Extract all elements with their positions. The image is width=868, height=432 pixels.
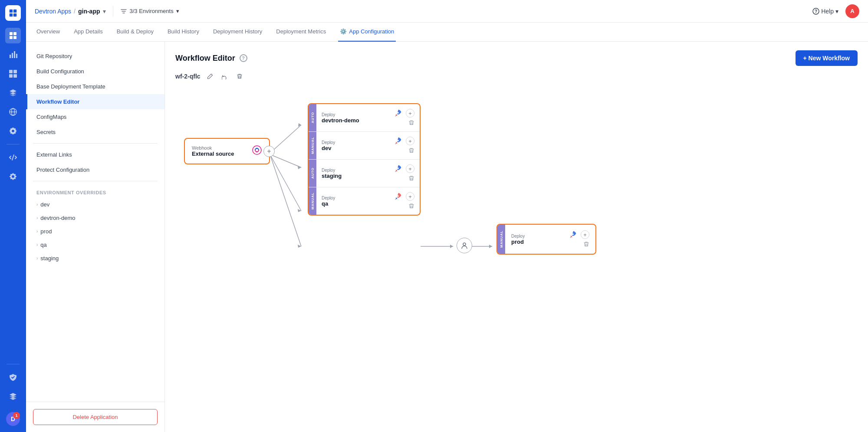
sidebar-icon-globe[interactable] bbox=[5, 104, 21, 120]
svg-point-36 bbox=[397, 112, 399, 114]
tab-overview[interactable]: Overview bbox=[35, 23, 62, 42]
tab-deployment-metrics[interactable]: Deployment Metrics bbox=[274, 23, 328, 42]
chevron-dev-icon: › bbox=[36, 202, 38, 207]
sidebar-icon-discord[interactable]: D 1 bbox=[5, 411, 21, 427]
tab-build-history[interactable]: Build History bbox=[166, 23, 201, 42]
add-button-2[interactable]: + bbox=[406, 137, 414, 145]
svg-marker-24 bbox=[298, 166, 301, 169]
svg-point-41 bbox=[572, 233, 574, 235]
auto-label-1: AUTO bbox=[309, 104, 316, 131]
delete-icon-prod[interactable] bbox=[583, 241, 589, 249]
svg-point-40 bbox=[463, 243, 466, 245]
sidebar-icon-chart[interactable] bbox=[5, 47, 21, 62]
add-button-prod[interactable]: + bbox=[581, 230, 589, 239]
svg-marker-30 bbox=[450, 245, 453, 248]
chevron-devtron-demo-icon: › bbox=[36, 216, 38, 220]
breadcrumb: Devtron Apps / gin-app ▾ bbox=[35, 8, 106, 15]
add-button-3[interactable]: + bbox=[406, 164, 414, 173]
sidebar-icon-grid[interactable] bbox=[5, 66, 21, 82]
source-node[interactable]: Webhook External source bbox=[184, 138, 270, 164]
edit-workflow-icon[interactable] bbox=[205, 71, 215, 82]
sidebar-icon-gear[interactable] bbox=[5, 123, 21, 139]
delete-icon-2[interactable] bbox=[408, 147, 414, 155]
sidebar-menu: Git Repository Build Configuration Base … bbox=[26, 42, 164, 402]
content-area: Git Repository Build Configuration Base … bbox=[26, 42, 868, 432]
svg-rect-1 bbox=[13, 10, 16, 13]
sidebar-icon-shield[interactable] bbox=[5, 370, 21, 385]
tab-app-details[interactable]: App Details bbox=[72, 23, 104, 42]
new-workflow-button[interactable]: + New Workflow bbox=[796, 50, 858, 66]
source-type: Webhook bbox=[192, 145, 234, 151]
deploy-node-dev: MANUAL Deploy dev bbox=[309, 132, 420, 160]
deploy-node-staging: AUTO Deploy staging bbox=[309, 160, 420, 187]
sidebar-item-secrets[interactable]: Secrets bbox=[26, 124, 164, 140]
svg-rect-3 bbox=[13, 13, 16, 16]
deploy-devtron-demo-info: Deploy devtron-demo bbox=[322, 112, 359, 124]
sidebar-icon-layers[interactable] bbox=[5, 389, 21, 404]
environment-selector[interactable]: 3/3 Environments ▾ bbox=[120, 8, 179, 15]
delete-icon-4[interactable] bbox=[408, 203, 414, 210]
sidebar-icon-stack[interactable] bbox=[5, 85, 21, 101]
deploy-name-4: qa bbox=[322, 200, 335, 207]
sidebar-item-protect-configuration[interactable]: Protect Configuration bbox=[26, 162, 164, 177]
app-logo[interactable] bbox=[5, 5, 21, 21]
approval-icon bbox=[460, 242, 468, 249]
prod-node-actions: + bbox=[569, 230, 589, 249]
svg-point-33 bbox=[253, 146, 261, 154]
svg-rect-9 bbox=[12, 53, 13, 58]
sidebar-item-git-repository[interactable]: Git Repository bbox=[26, 49, 164, 64]
tab-deployment-history[interactable]: Deployment History bbox=[211, 23, 264, 42]
undo-workflow-icon[interactable] bbox=[220, 71, 230, 82]
svg-marker-32 bbox=[489, 245, 492, 248]
delete-application-button[interactable]: Delete Application bbox=[33, 409, 158, 425]
tab-nav: Overview App Details Build & Deploy Buil… bbox=[26, 23, 868, 42]
sidebar-icon-dashboard[interactable] bbox=[5, 28, 21, 43]
delete-icon-3[interactable] bbox=[408, 175, 414, 183]
prod-node-info: Deploy prod bbox=[511, 234, 525, 245]
sidebar-icon-settings2[interactable] bbox=[5, 169, 21, 184]
deploy-node-devtron-demo: AUTO Deploy devtron-demo bbox=[309, 104, 420, 132]
svg-marker-26 bbox=[298, 209, 301, 212]
deploy-node-prod: MANUAL Deploy prod bbox=[496, 224, 596, 255]
sidebar-icon-code[interactable] bbox=[5, 150, 21, 165]
svg-rect-14 bbox=[9, 74, 13, 78]
svg-rect-10 bbox=[14, 51, 15, 58]
delete-icon-1[interactable] bbox=[408, 120, 414, 127]
svg-rect-8 bbox=[10, 55, 11, 58]
deploy-name-2: dev bbox=[322, 145, 335, 151]
sidebar-item-configmaps[interactable]: ConfigMaps bbox=[26, 109, 164, 124]
env-override-qa[interactable]: › qa bbox=[26, 238, 164, 252]
sidebar-item-external-links[interactable]: External Links bbox=[26, 147, 164, 162]
env-overrides-title: ENVIRONMENT OVERRIDES bbox=[26, 185, 164, 198]
deploy-staging-actions: + bbox=[394, 164, 414, 183]
sidebar-item-workflow-editor[interactable]: Workflow Editor bbox=[26, 94, 164, 109]
user-avatar[interactable]: A bbox=[845, 4, 859, 18]
env-override-staging[interactable]: › staging bbox=[26, 252, 164, 265]
prod-deploy-name: prod bbox=[511, 239, 525, 245]
editor-title: Workflow Editor bbox=[175, 54, 235, 63]
svg-line-23 bbox=[270, 154, 301, 167]
tab-build-deploy[interactable]: Build & Deploy bbox=[115, 23, 155, 42]
deploy-type-3: Deploy bbox=[322, 168, 342, 173]
source-node-add-button[interactable]: + bbox=[263, 146, 275, 157]
env-override-devtron-demo[interactable]: › devtron-demo bbox=[26, 211, 164, 225]
tab-app-configuration[interactable]: ⚙️ App Configuration bbox=[338, 23, 396, 42]
delete-workflow-icon[interactable] bbox=[234, 71, 245, 82]
add-button-1[interactable]: + bbox=[406, 109, 414, 118]
env-override-prod[interactable]: › prod bbox=[26, 225, 164, 238]
env-override-dev[interactable]: › dev bbox=[26, 198, 164, 211]
add-button-4[interactable]: + bbox=[406, 192, 414, 201]
sidebar-item-base-deployment-template[interactable]: Base Deployment Template bbox=[26, 79, 164, 94]
approval-node[interactable] bbox=[457, 238, 472, 253]
info-icon[interactable]: ? bbox=[240, 54, 247, 62]
env-dev-label: dev bbox=[40, 201, 49, 208]
webhook-icon bbox=[252, 145, 262, 157]
editor-title-row: Workflow Editor ? bbox=[175, 54, 247, 63]
deploy-qa-info: Deploy qa bbox=[322, 196, 335, 207]
breadcrumb-apps-link[interactable]: Devtron Apps bbox=[35, 8, 71, 15]
notification-badge: 1 bbox=[13, 412, 20, 419]
help-button[interactable]: ? Help ▾ bbox=[812, 8, 838, 15]
workflow-name: wf-2-qflc bbox=[175, 73, 201, 80]
sidebar-item-build-configuration[interactable]: Build Configuration bbox=[26, 64, 164, 79]
app-dropdown-icon[interactable]: ▾ bbox=[103, 8, 106, 15]
